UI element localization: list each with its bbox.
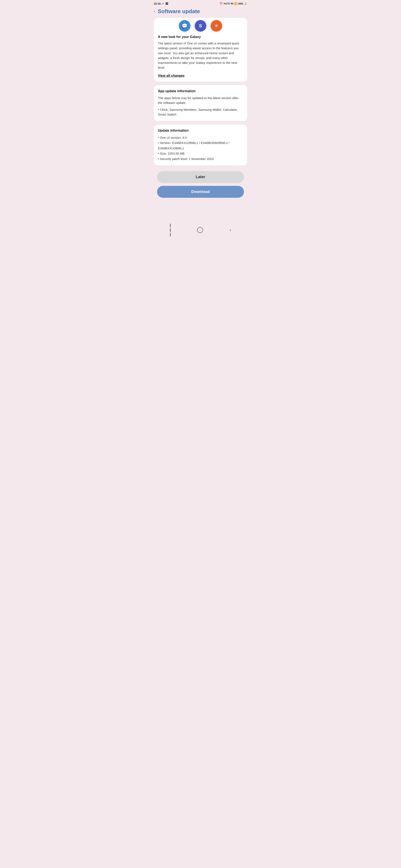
battery-icon: 🔋 (244, 2, 247, 5)
update-info-title: Update information (158, 129, 243, 132)
5g-icon: 5G (231, 2, 233, 5)
nav-lines-icon (170, 224, 171, 237)
new-look-content: A new look for your Galaxy The latest ve… (154, 32, 247, 82)
alarm-icon: ⏰ (220, 2, 223, 5)
status-bar: 10:18 ✓ 🖼 ⏰ VoLTE 5G 📶 93% 🔋 (150, 0, 251, 6)
update-info-item-3: • Security patch level: 1 November 2023 (158, 156, 243, 162)
action-buttons: Later Download (154, 169, 247, 198)
gallery-icon: 🖼 (165, 2, 168, 5)
asterisk-icon: ✳ (214, 23, 218, 29)
update-info-card: Update information • One UI version: 6.0… (154, 125, 247, 166)
chat-app-icon: 💬 (179, 20, 191, 32)
status-right: ⏰ VoLTE 5G 📶 93% 🔋 (220, 2, 247, 5)
samsung-icon: S (199, 23, 202, 29)
nav-bar: ‹ (150, 221, 251, 240)
update-info-item-1: • Version: E346BXXU2BWL1 / E346BODM2BWL1… (158, 140, 243, 151)
signal-label: VoLTE (224, 2, 230, 5)
new-look-title: A new look for your Galaxy (158, 35, 243, 39)
new-look-body: The latest version of One UI comes with … (158, 41, 243, 70)
recent-apps-button[interactable] (170, 224, 171, 237)
status-left: 10:18 ✓ 🖼 (154, 2, 168, 5)
battery-percent: 93% (238, 2, 243, 5)
content-area: 💬 S ✳ A new look for your Galaxy The lat… (150, 18, 251, 219)
asterisk-app-icon: ✳ (210, 20, 222, 32)
app-update-title: App update information (158, 89, 243, 93)
page-header: ‹ Software update (150, 6, 251, 18)
check-icon: ✓ (162, 2, 164, 5)
time-display: 10:18 (154, 2, 161, 5)
chat-icon: 💬 (181, 23, 188, 29)
new-look-card: 💬 S ✳ A new look for your Galaxy The lat… (154, 18, 247, 82)
home-button[interactable] (197, 227, 203, 233)
page-title: Software update (158, 8, 200, 14)
app-update-description: The apps below may be updated to the lat… (158, 96, 243, 105)
update-info-items: • One UI version: 6.0 • Version: E346BXX… (158, 135, 243, 162)
app-icons-strip: 💬 S ✳ (154, 18, 247, 32)
app-update-list: • Clock, Samsung Members, Samsung Wallet… (158, 107, 243, 117)
view-all-changes-link[interactable]: View all changes (158, 74, 184, 78)
update-info-item-2: • Size: 2253.50 MB (158, 151, 243, 156)
back-nav-button[interactable]: ‹ (230, 227, 231, 233)
update-info-item-0: • One UI version: 6.0 (158, 135, 243, 141)
later-button[interactable]: Later (157, 171, 244, 183)
signal-bars-icon: 📶 (234, 2, 237, 5)
samsung-app-icon: S (195, 20, 206, 32)
app-update-card: App update information The apps below ma… (154, 85, 247, 121)
download-button[interactable]: Download (157, 186, 244, 198)
back-button[interactable]: ‹ (154, 9, 155, 14)
